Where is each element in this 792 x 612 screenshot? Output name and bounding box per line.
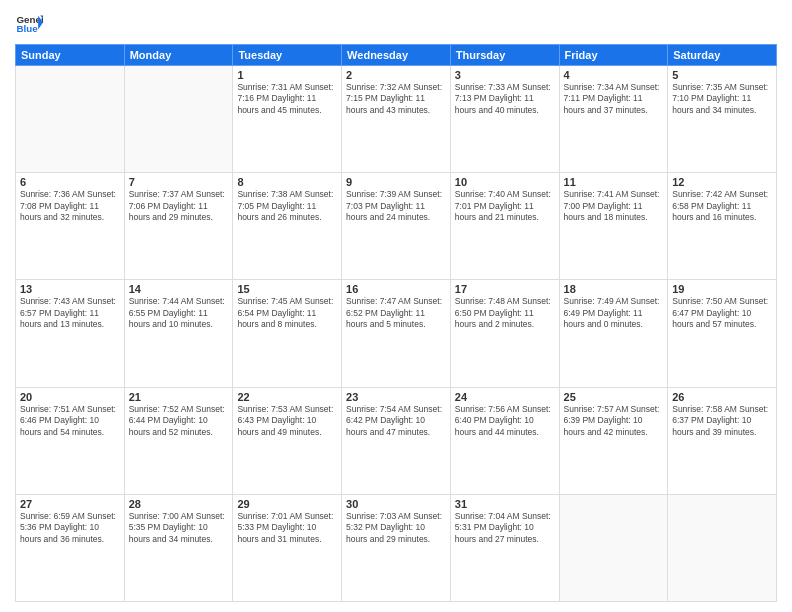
calendar-cell: 1Sunrise: 7:31 AM Sunset: 7:16 PM Daylig…: [233, 66, 342, 173]
day-info: Sunrise: 7:44 AM Sunset: 6:55 PM Dayligh…: [129, 296, 229, 330]
calendar-cell: 24Sunrise: 7:56 AM Sunset: 6:40 PM Dayli…: [450, 387, 559, 494]
day-number: 5: [672, 69, 772, 81]
svg-text:Blue: Blue: [16, 23, 38, 34]
week-row-3: 20Sunrise: 7:51 AM Sunset: 6:46 PM Dayli…: [16, 387, 777, 494]
calendar-cell: 13Sunrise: 7:43 AM Sunset: 6:57 PM Dayli…: [16, 280, 125, 387]
day-number: 18: [564, 283, 664, 295]
day-number: 7: [129, 176, 229, 188]
day-number: 10: [455, 176, 555, 188]
calendar-cell: 26Sunrise: 7:58 AM Sunset: 6:37 PM Dayli…: [668, 387, 777, 494]
calendar-cell: 2Sunrise: 7:32 AM Sunset: 7:15 PM Daylig…: [342, 66, 451, 173]
calendar-cell: 12Sunrise: 7:42 AM Sunset: 6:58 PM Dayli…: [668, 173, 777, 280]
day-number: 30: [346, 498, 446, 510]
day-number: 13: [20, 283, 120, 295]
day-number: 6: [20, 176, 120, 188]
calendar-cell: 7Sunrise: 7:37 AM Sunset: 7:06 PM Daylig…: [124, 173, 233, 280]
weekday-header-row: SundayMondayTuesdayWednesdayThursdayFrid…: [16, 45, 777, 66]
day-info: Sunrise: 7:49 AM Sunset: 6:49 PM Dayligh…: [564, 296, 664, 330]
day-number: 22: [237, 391, 337, 403]
day-info: Sunrise: 7:03 AM Sunset: 5:32 PM Dayligh…: [346, 511, 446, 545]
day-info: Sunrise: 7:58 AM Sunset: 6:37 PM Dayligh…: [672, 404, 772, 438]
day-number: 12: [672, 176, 772, 188]
day-number: 21: [129, 391, 229, 403]
weekday-header-thursday: Thursday: [450, 45, 559, 66]
weekday-header-monday: Monday: [124, 45, 233, 66]
day-number: 2: [346, 69, 446, 81]
calendar-cell: 22Sunrise: 7:53 AM Sunset: 6:43 PM Dayli…: [233, 387, 342, 494]
calendar-cell: 28Sunrise: 7:00 AM Sunset: 5:35 PM Dayli…: [124, 494, 233, 601]
logo-icon: General Blue: [15, 10, 43, 38]
day-number: 19: [672, 283, 772, 295]
day-info: Sunrise: 7:51 AM Sunset: 6:46 PM Dayligh…: [20, 404, 120, 438]
day-number: 1: [237, 69, 337, 81]
day-number: 24: [455, 391, 555, 403]
calendar-cell: 14Sunrise: 7:44 AM Sunset: 6:55 PM Dayli…: [124, 280, 233, 387]
weekday-header-friday: Friday: [559, 45, 668, 66]
day-number: 17: [455, 283, 555, 295]
calendar-cell: 17Sunrise: 7:48 AM Sunset: 6:50 PM Dayli…: [450, 280, 559, 387]
week-row-2: 13Sunrise: 7:43 AM Sunset: 6:57 PM Dayli…: [16, 280, 777, 387]
day-info: Sunrise: 7:40 AM Sunset: 7:01 PM Dayligh…: [455, 189, 555, 223]
day-info: Sunrise: 7:50 AM Sunset: 6:47 PM Dayligh…: [672, 296, 772, 330]
calendar-cell: 18Sunrise: 7:49 AM Sunset: 6:49 PM Dayli…: [559, 280, 668, 387]
day-info: Sunrise: 7:45 AM Sunset: 6:54 PM Dayligh…: [237, 296, 337, 330]
calendar-cell: [559, 494, 668, 601]
calendar-cell: 5Sunrise: 7:35 AM Sunset: 7:10 PM Daylig…: [668, 66, 777, 173]
day-info: Sunrise: 7:04 AM Sunset: 5:31 PM Dayligh…: [455, 511, 555, 545]
calendar-cell: 29Sunrise: 7:01 AM Sunset: 5:33 PM Dayli…: [233, 494, 342, 601]
day-info: Sunrise: 7:54 AM Sunset: 6:42 PM Dayligh…: [346, 404, 446, 438]
day-info: Sunrise: 7:31 AM Sunset: 7:16 PM Dayligh…: [237, 82, 337, 116]
day-info: Sunrise: 6:59 AM Sunset: 5:36 PM Dayligh…: [20, 511, 120, 545]
calendar-cell: 16Sunrise: 7:47 AM Sunset: 6:52 PM Dayli…: [342, 280, 451, 387]
day-info: Sunrise: 7:42 AM Sunset: 6:58 PM Dayligh…: [672, 189, 772, 223]
calendar-cell: 6Sunrise: 7:36 AM Sunset: 7:08 PM Daylig…: [16, 173, 125, 280]
day-info: Sunrise: 7:38 AM Sunset: 7:05 PM Dayligh…: [237, 189, 337, 223]
day-number: 26: [672, 391, 772, 403]
calendar-cell: 31Sunrise: 7:04 AM Sunset: 5:31 PM Dayli…: [450, 494, 559, 601]
day-number: 4: [564, 69, 664, 81]
weekday-header-tuesday: Tuesday: [233, 45, 342, 66]
weekday-header-saturday: Saturday: [668, 45, 777, 66]
week-row-1: 6Sunrise: 7:36 AM Sunset: 7:08 PM Daylig…: [16, 173, 777, 280]
day-info: Sunrise: 7:36 AM Sunset: 7:08 PM Dayligh…: [20, 189, 120, 223]
day-info: Sunrise: 7:48 AM Sunset: 6:50 PM Dayligh…: [455, 296, 555, 330]
page: General Blue SundayMondayTuesdayWednesda…: [0, 0, 792, 612]
weekday-header-sunday: Sunday: [16, 45, 125, 66]
calendar-cell: 9Sunrise: 7:39 AM Sunset: 7:03 PM Daylig…: [342, 173, 451, 280]
day-info: Sunrise: 7:52 AM Sunset: 6:44 PM Dayligh…: [129, 404, 229, 438]
day-number: 11: [564, 176, 664, 188]
day-number: 31: [455, 498, 555, 510]
day-info: Sunrise: 7:56 AM Sunset: 6:40 PM Dayligh…: [455, 404, 555, 438]
calendar-cell: 27Sunrise: 6:59 AM Sunset: 5:36 PM Dayli…: [16, 494, 125, 601]
calendar-cell: 8Sunrise: 7:38 AM Sunset: 7:05 PM Daylig…: [233, 173, 342, 280]
day-info: Sunrise: 7:33 AM Sunset: 7:13 PM Dayligh…: [455, 82, 555, 116]
day-info: Sunrise: 7:32 AM Sunset: 7:15 PM Dayligh…: [346, 82, 446, 116]
day-info: Sunrise: 7:00 AM Sunset: 5:35 PM Dayligh…: [129, 511, 229, 545]
day-info: Sunrise: 7:41 AM Sunset: 7:00 PM Dayligh…: [564, 189, 664, 223]
header: General Blue: [15, 10, 777, 38]
day-info: Sunrise: 7:57 AM Sunset: 6:39 PM Dayligh…: [564, 404, 664, 438]
calendar-cell: 3Sunrise: 7:33 AM Sunset: 7:13 PM Daylig…: [450, 66, 559, 173]
weekday-header-wednesday: Wednesday: [342, 45, 451, 66]
calendar-cell: 23Sunrise: 7:54 AM Sunset: 6:42 PM Dayli…: [342, 387, 451, 494]
calendar-cell: 4Sunrise: 7:34 AM Sunset: 7:11 PM Daylig…: [559, 66, 668, 173]
day-number: 23: [346, 391, 446, 403]
day-number: 8: [237, 176, 337, 188]
day-info: Sunrise: 7:43 AM Sunset: 6:57 PM Dayligh…: [20, 296, 120, 330]
day-info: Sunrise: 7:01 AM Sunset: 5:33 PM Dayligh…: [237, 511, 337, 545]
day-number: 20: [20, 391, 120, 403]
day-number: 15: [237, 283, 337, 295]
calendar-cell: 10Sunrise: 7:40 AM Sunset: 7:01 PM Dayli…: [450, 173, 559, 280]
calendar-cell: 25Sunrise: 7:57 AM Sunset: 6:39 PM Dayli…: [559, 387, 668, 494]
day-info: Sunrise: 7:53 AM Sunset: 6:43 PM Dayligh…: [237, 404, 337, 438]
calendar-cell: [668, 494, 777, 601]
day-info: Sunrise: 7:39 AM Sunset: 7:03 PM Dayligh…: [346, 189, 446, 223]
logo: General Blue: [15, 10, 43, 38]
calendar-cell: 30Sunrise: 7:03 AM Sunset: 5:32 PM Dayli…: [342, 494, 451, 601]
day-number: 28: [129, 498, 229, 510]
day-number: 14: [129, 283, 229, 295]
calendar-cell: 19Sunrise: 7:50 AM Sunset: 6:47 PM Dayli…: [668, 280, 777, 387]
day-info: Sunrise: 7:34 AM Sunset: 7:11 PM Dayligh…: [564, 82, 664, 116]
day-info: Sunrise: 7:37 AM Sunset: 7:06 PM Dayligh…: [129, 189, 229, 223]
calendar-cell: 20Sunrise: 7:51 AM Sunset: 6:46 PM Dayli…: [16, 387, 125, 494]
